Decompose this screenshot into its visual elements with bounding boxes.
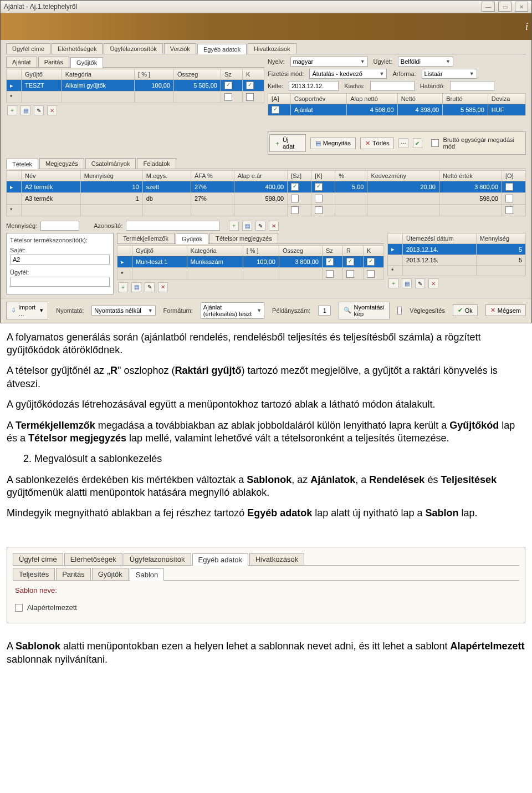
ugylet-combo[interactable]: Belföldi▼ — [398, 57, 453, 67]
hatarido-field[interactable] — [450, 81, 494, 91]
table-row[interactable]: A3 termék 1 db 27% 598,00 598,00 — [7, 193, 526, 205]
vegleg-checkbox[interactable] — [397, 307, 402, 314]
tab-termekjellemzok[interactable]: Termékjellemzők — [117, 233, 175, 243]
checkbox-icon[interactable] — [346, 270, 354, 278]
brutto-checkbox[interactable] — [431, 139, 439, 147]
checkbox-icon[interactable] — [326, 270, 334, 278]
tab-tetelek[interactable]: Tételek — [6, 159, 38, 169]
tab-ugyfelazonositok[interactable]: Ügyfélazonosítók — [124, 553, 191, 565]
add-icon[interactable]: ＋ — [229, 221, 239, 231]
kiadva-field[interactable] — [370, 81, 415, 91]
checkbox-icon[interactable] — [505, 195, 513, 202]
tab-ugyfelazonositok[interactable]: Ügyfélazonosítók — [104, 43, 162, 54]
tab-gyujtok[interactable]: Gyűjtők — [92, 568, 129, 580]
open-icon[interactable]: ▤ — [242, 221, 252, 231]
checkbox-icon[interactable] — [505, 206, 513, 214]
import-button[interactable]: ⇩Import …▾ — [6, 302, 48, 319]
tab-egyeb-adatok[interactable]: Egyéb adatok — [197, 44, 247, 54]
table-row[interactable]: ▸ Mun-teszt 1 Munkaszám 100,00 3 800,00 … — [117, 256, 384, 268]
ok-button[interactable]: ✔Ok — [453, 304, 478, 316]
tetelek-grid[interactable]: Név Mennyiség M.egys. ÁFA % Alap e.ár [S… — [6, 170, 526, 216]
table-row[interactable]: * — [388, 266, 526, 276]
megsem-button[interactable]: ✕Mégsem — [485, 304, 526, 316]
gyujtok-grid[interactable]: Gyűjtő Kategória [ % ] Összeg Sz K ▸ TES… — [6, 69, 264, 103]
table-row[interactable]: * — [7, 92, 264, 103]
arforma-combo[interactable]: Listaár▼ — [422, 69, 477, 79]
tab-teljesites[interactable]: Teljesítés — [13, 568, 55, 580]
more-icon[interactable]: ⋯ — [398, 138, 408, 148]
nyomtato-combo[interactable]: Nyomtatás nélkül▼ — [91, 306, 155, 316]
tab-sablon[interactable]: Sablon — [130, 568, 164, 581]
megnyitas-button[interactable]: ▤Megnyitás — [310, 138, 356, 149]
table-row[interactable]: ▸ TESZT Alkalmi gyűjtők 100,00 5 585,00 … — [7, 80, 264, 92]
kelte-field[interactable]: 2013.12.12. — [289, 81, 339, 91]
checkbox-icon[interactable] — [291, 206, 299, 214]
tab-feladatok[interactable]: Feladatok — [137, 158, 176, 169]
table-row[interactable]: ▸ A2 termék 10 szett 27% 400,00 ✓ ✓ 5,00… — [7, 181, 526, 193]
add-icon[interactable]: ＋ — [7, 105, 17, 115]
alap-checkbox[interactable] — [15, 604, 23, 612]
tab-gyujtok-2[interactable]: Gyűjtők — [176, 233, 208, 244]
tab-hivatkozasok[interactable]: Hivatkozások — [248, 43, 296, 54]
checkbox-icon[interactable]: ✓ — [224, 82, 232, 89]
edit-icon[interactable]: ✎ — [255, 221, 265, 231]
maximize-button[interactable]: ▭ — [498, 2, 511, 12]
checkbox-icon[interactable] — [246, 93, 254, 101]
nyomtkep-button[interactable]: 🔍Nyomtatási kép — [339, 302, 389, 319]
sajat-field[interactable]: A2 — [10, 255, 110, 265]
table-row[interactable]: ▸ 2013.12.14. 5 — [388, 244, 526, 255]
checkbox-icon[interactable]: ✓ — [315, 183, 323, 191]
open-icon[interactable]: ▤ — [131, 282, 141, 292]
gyujtok2-grid[interactable]: Gyűjtő Kategória [ % ] Összeg Sz R K ▸ M… — [117, 245, 384, 279]
checkbox-icon[interactable] — [315, 206, 323, 214]
check-icon[interactable]: ✔ — [413, 138, 422, 148]
checkbox-icon[interactable] — [367, 270, 375, 278]
edit-icon[interactable]: ✎ — [34, 105, 44, 115]
delete-icon[interactable]: ✕ — [269, 221, 279, 231]
delete-icon[interactable]: ✕ — [158, 282, 168, 292]
azonosito-field[interactable] — [126, 221, 220, 231]
delete-icon[interactable]: ✕ — [47, 105, 57, 115]
tab-megjegyzes[interactable]: Megjegyzés — [39, 158, 84, 169]
add-icon[interactable]: ＋ — [388, 278, 398, 288]
table-row[interactable]: * — [117, 268, 384, 279]
tab-elerhetosegek[interactable]: Elérhetőségek — [64, 553, 122, 565]
fiz-combo[interactable]: Átutalás - kedvező▼ — [309, 69, 387, 79]
checkbox-icon[interactable]: ✓ — [346, 258, 354, 266]
tab-paritas[interactable]: Paritás — [56, 568, 90, 580]
tab-csatolmanyok[interactable]: Csatolmányok — [85, 158, 136, 169]
tab-ugyfel-cime[interactable]: Ügyfél címe — [6, 43, 50, 54]
open-icon[interactable]: ▤ — [402, 278, 412, 288]
checkbox-icon[interactable] — [291, 195, 299, 202]
close-button[interactable]: ✕ — [515, 2, 528, 12]
delete-icon[interactable]: ✕ — [428, 278, 438, 288]
tab-ugyfel-cime[interactable]: Ügyfél címe — [13, 553, 63, 565]
checkbox-icon[interactable] — [315, 195, 323, 202]
tab-egyeb-adatok[interactable]: Egyéb adatok — [192, 553, 249, 566]
utem-grid[interactable]: Ütemezési dátum Mennyiség ▸ 2013.12.14. … — [387, 233, 526, 276]
mennyiseg-field[interactable] — [40, 221, 79, 231]
formatum-combo[interactable]: Ajánlat (értékesítés) teszt▼ — [201, 302, 264, 319]
edit-icon[interactable]: ✎ — [415, 278, 425, 288]
ugyfel-field[interactable] — [10, 277, 110, 287]
checkbox-icon[interactable] — [224, 93, 232, 101]
minimize-button[interactable]: — — [482, 2, 495, 12]
tab-verziok[interactable]: Verziók — [164, 43, 196, 54]
tab-tetelsor-megj[interactable]: Tételsor megjegyzés — [209, 233, 278, 243]
add-icon[interactable]: ＋ — [118, 282, 128, 292]
info-icon[interactable]: i — [525, 21, 528, 33]
checkbox-icon[interactable]: ✓ — [272, 106, 279, 114]
peldany-field[interactable]: 1 — [318, 306, 331, 316]
table-row[interactable]: * — [7, 205, 526, 216]
checkbox-icon[interactable]: ✓ — [291, 183, 299, 191]
csoport-grid[interactable]: [A] Csoportnév Alap nettó Nettó Bruttó D… — [268, 93, 526, 116]
checkbox-icon[interactable]: ✓ — [246, 82, 254, 89]
edit-icon[interactable]: ✎ — [145, 282, 155, 292]
ujadat-button[interactable]: ＋Új adat — [269, 134, 306, 152]
tab-elerhetosegek[interactable]: Elérhetőségek — [52, 43, 103, 54]
nyelv-combo[interactable]: magyar▼ — [290, 57, 368, 67]
checkbox-icon[interactable]: ✓ — [326, 258, 334, 266]
checkbox-icon[interactable]: ✓ — [367, 258, 375, 266]
open-icon[interactable]: ▤ — [21, 105, 30, 115]
checkbox-icon[interactable] — [505, 183, 513, 191]
